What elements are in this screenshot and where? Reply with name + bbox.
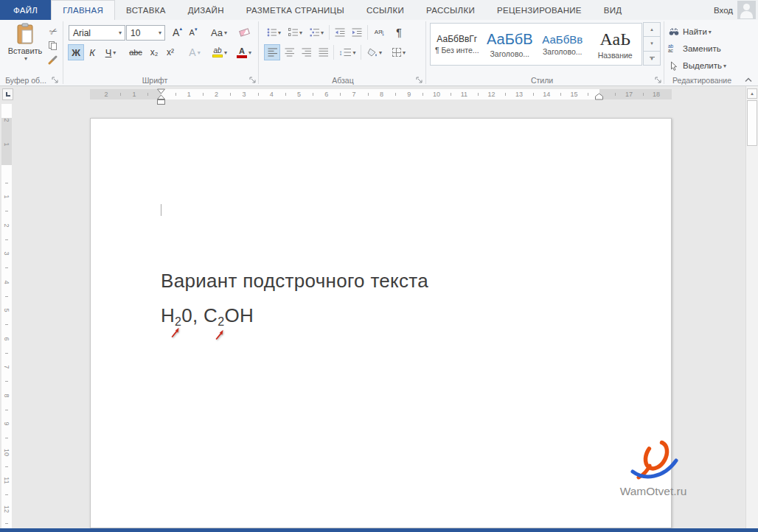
tab-home[interactable]: ГЛАВНАЯ — [51, 0, 115, 20]
styles-gallery: АаБбВвГг ¶ Без инте... АаБбВ Заголово...… — [430, 23, 642, 66]
italic-button[interactable]: К — [86, 44, 99, 60]
shrink-font-button[interactable]: А▾ — [186, 24, 201, 41]
vertical-ruler: 21123456789101112 — [1, 104, 12, 528]
select-label: Выделить — [683, 61, 722, 70]
text-effects-button[interactable]: А ▾ — [184, 44, 205, 60]
paste-button[interactable]: Вставить ▾ — [4, 23, 46, 71]
font-name-combo[interactable]: Arial ▾ — [69, 25, 125, 41]
style-no-spacing[interactable]: АаБбВвГг ¶ Без инте... — [431, 24, 484, 65]
format-painter-button[interactable] — [46, 53, 60, 66]
superscript-button[interactable]: x² — [162, 44, 178, 60]
styles-dialog-launcher[interactable] — [655, 77, 662, 84]
indent-markers[interactable] — [156, 88, 166, 105]
multilevel-list-button[interactable]: ▾ — [307, 24, 327, 41]
align-right-button[interactable] — [298, 44, 314, 60]
font-size-combo[interactable]: 10 ▾ — [126, 25, 165, 41]
ruler-number: 2 — [215, 91, 218, 98]
ruler-number: 4 — [3, 278, 10, 287]
style-title[interactable]: АаЬ Название — [589, 24, 642, 65]
subscript-button[interactable]: x₂ — [146, 44, 162, 60]
align-center-button[interactable] — [281, 44, 297, 60]
multilevel-caret: ▾ — [321, 29, 324, 36]
select-button[interactable]: Выделить ▾ — [668, 59, 726, 72]
style-heading2[interactable]: АаБбВв Заголово... — [536, 24, 589, 65]
ruler-tick — [5, 494, 8, 495]
tab-mailings[interactable]: РАССЫЛКИ — [415, 0, 486, 20]
sort-arrow-icon: ↓ — [381, 28, 386, 37]
ruler-number: 2 — [3, 116, 10, 125]
strikethrough-button[interactable]: abc — [125, 44, 146, 60]
ruler-number: 3 — [242, 91, 246, 98]
find-button[interactable]: Найти ▾ — [668, 25, 712, 38]
highlight-color-button[interactable]: ab ▾ — [208, 44, 232, 60]
underline-caret: ▾ — [113, 49, 116, 56]
justify-button[interactable] — [315, 44, 331, 60]
tab-references[interactable]: ССЫЛКИ — [355, 0, 415, 20]
ribbon-home: Вставить ▾ ✂ Буфер об... Arial ▾ 10 ▾ — [0, 20, 758, 86]
replace-button[interactable]: abac Заменить — [668, 42, 721, 55]
styles-scroll-up-button[interactable]: ▴ — [643, 22, 661, 37]
document-formula-line[interactable]: H20, C2OH — [161, 304, 254, 327]
ruler-segment — [599, 89, 672, 99]
line-spacing-button[interactable]: ↕ ▾ — [336, 44, 358, 60]
formula-text: 0, C — [181, 304, 218, 326]
ruler-tick — [368, 93, 369, 96]
shading-button[interactable]: ▾ — [364, 44, 386, 60]
tab-insert[interactable]: ВСТАВКА — [115, 0, 177, 20]
copy-button[interactable] — [46, 39, 60, 52]
ruler-tick — [120, 93, 121, 96]
cursor-arrow-icon — [668, 61, 680, 71]
decrease-indent-button[interactable] — [332, 24, 348, 41]
group-separator — [63, 21, 63, 84]
tab-page-layout[interactable]: РАЗМЕТКА СТРАНИЦЫ — [235, 0, 355, 20]
ruler-number: 9 — [3, 419, 10, 428]
paste-label: Вставить — [8, 46, 43, 55]
scrollbar-up-button[interactable]: ▴ — [747, 88, 757, 99]
formula-text: OH — [224, 304, 254, 326]
scrollbar-thumb[interactable] — [747, 100, 757, 146]
font-group-label: Шрифт — [88, 76, 221, 85]
clear-formatting-button[interactable] — [236, 24, 252, 41]
tab-review[interactable]: РЕЦЕНЗИРОВАНИЕ — [486, 0, 593, 20]
tab-design[interactable]: ДИЗАЙН — [177, 0, 235, 20]
user-avatar[interactable] — [737, 1, 756, 19]
group-separator — [664, 21, 664, 84]
style-heading1[interactable]: АаБбВ Заголово... — [484, 24, 537, 65]
watermark-text: WamOtvet.ru — [615, 485, 692, 498]
ruler-number: 11 — [461, 91, 467, 98]
ruler-tick — [451, 93, 451, 96]
font-color-button[interactable]: А ▾ — [233, 44, 255, 60]
ruler-tick — [533, 93, 534, 96]
ruler-number: 12 — [488, 91, 496, 98]
grow-font-button[interactable]: А▴ — [170, 24, 185, 41]
replace-icon: abac — [668, 44, 680, 54]
document-heading-line[interactable]: Вариант подстрочного текста — [161, 270, 428, 293]
tab-file[interactable]: ФАЙЛ — [0, 0, 51, 20]
styles-scroll-down-button[interactable]: ▾ — [643, 36, 661, 51]
style-preview: АаБбВвГг — [437, 34, 477, 44]
sort-button[interactable]: АЯ ↓ — [370, 24, 389, 41]
vertical-scrollbar[interactable]: ▴ — [745, 86, 758, 528]
bold-button[interactable]: Ж — [68, 44, 84, 60]
tab-view[interactable]: ВИД — [593, 0, 633, 20]
bullets-button[interactable]: ▾ — [264, 24, 284, 41]
borders-button[interactable]: ▾ — [388, 44, 410, 60]
underline-button[interactable]: Ч ▾ — [100, 44, 121, 60]
clipboard-dialog-launcher[interactable] — [52, 77, 59, 84]
font-dialog-launcher[interactable] — [249, 77, 257, 84]
align-left-button[interactable] — [264, 44, 280, 60]
ruler-number: 4 — [270, 91, 274, 98]
right-indent-marker[interactable] — [594, 93, 604, 100]
collapse-ribbon-button[interactable] — [745, 77, 752, 83]
numbering-button[interactable]: ▾ — [285, 24, 305, 41]
styles-more-button[interactable]: ▾ — [643, 51, 661, 66]
show-paragraph-marks-button[interactable]: ¶ — [391, 24, 407, 41]
ruler-number: 2 — [104, 91, 108, 98]
change-case-button[interactable]: Аа ▾ — [206, 24, 232, 41]
sign-in-link[interactable]: Вход — [714, 0, 733, 20]
cut-button[interactable]: ✂ — [46, 25, 60, 38]
paragraph-dialog-launcher[interactable] — [416, 77, 423, 84]
increase-indent-button[interactable] — [349, 24, 365, 41]
ruler-number: 5 — [3, 306, 10, 315]
font-size-value: 10 — [131, 28, 140, 38]
